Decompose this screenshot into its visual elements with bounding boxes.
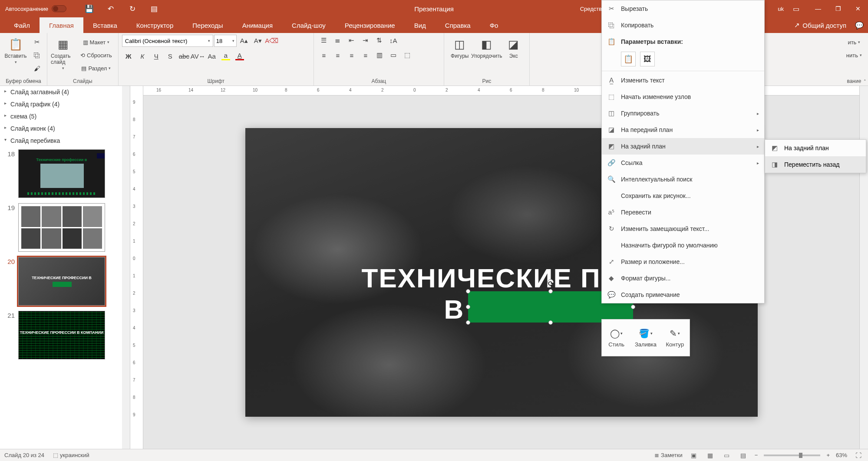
smartart-icon[interactable]: ⬚	[401, 49, 414, 61]
tab-slideshow[interactable]: Слайд-шоу	[282, 17, 335, 33]
quick-styles-button[interactable]: ◪ Экс	[502, 35, 526, 59]
line-spacing-icon[interactable]: ⇅	[373, 35, 386, 46]
reset-button[interactable]: ⟲Сбросить	[78, 49, 115, 61]
ctx-bring-front[interactable]: ◪На передний план▸	[602, 122, 764, 138]
zoom-slider[interactable]	[764, 454, 820, 456]
strikethrough-icon[interactable]: abc	[178, 50, 191, 62]
font-size-select[interactable]: 18▾	[214, 35, 237, 47]
ctx-cut[interactable]: ✂Вырезать	[602, 0, 764, 17]
slide-thumbnail-row[interactable]: 21 ТЕХНИЧЕСКИЕ ПРОФЕССИИ В КОМПАНИИ	[0, 308, 130, 362]
clear-format-icon[interactable]: A⌫	[265, 35, 278, 46]
resize-handle-sw[interactable]	[466, 320, 470, 325]
ctx-send-back[interactable]: ◩На задний план▸	[602, 138, 764, 155]
save-icon[interactable]: 💾	[85, 4, 93, 13]
section-header[interactable]: Слайд иконк (4)	[0, 122, 130, 135]
justify-icon[interactable]: ≡	[359, 49, 372, 61]
align-right-icon[interactable]: ≡	[345, 49, 358, 61]
ctx-smart-lookup[interactable]: 🔍Интеллектуальный поиск	[602, 171, 764, 188]
ctx-translate[interactable]: a⁵Перевести	[602, 204, 764, 221]
ctx-set-default[interactable]: Назначить фигурой по умолчанию	[602, 237, 764, 254]
panel-scrollbar[interactable]	[122, 86, 130, 449]
notes-button[interactable]: ≣ Заметки	[654, 452, 682, 458]
slide-title-line2[interactable]: В	[444, 294, 464, 325]
mini-fill[interactable]: 🪣▾Заливка	[631, 319, 660, 356]
share-button[interactable]: ↗ Общий доступ	[790, 21, 851, 29]
section-header[interactable]: Слайд заглавный (4)	[0, 86, 130, 98]
slide-thumbnail[interactable]: ТЕХНИЧЕСКИЕ ПРОФЕССИИ В КОМПАНИИ	[18, 311, 105, 359]
layout-button[interactable]: ▥Макет▾	[78, 36, 115, 48]
shadow-icon[interactable]: S	[164, 50, 177, 62]
zoom-level[interactable]: 63%	[836, 452, 847, 458]
normal-view-icon[interactable]: ▣	[689, 451, 699, 460]
tab-home[interactable]: Главная	[40, 17, 83, 33]
section-header[interactable]: схема (5)	[0, 110, 130, 122]
align-center-icon[interactable]: ≡	[331, 49, 344, 61]
cut-icon[interactable]: ✂	[30, 36, 43, 48]
font-family-select[interactable]: Calibri (Основной текст)▾	[122, 35, 213, 47]
highlight-icon[interactable]: a	[219, 50, 232, 62]
arrange-button[interactable]: ◧ Упорядочить	[475, 35, 499, 59]
mini-outline[interactable]: ✎▾Контур	[660, 319, 690, 356]
shrink-font-icon[interactable]: A▾	[251, 35, 264, 46]
fit-to-window-icon[interactable]: ⛶	[853, 451, 864, 460]
reading-view-icon[interactable]: ▭	[722, 451, 732, 460]
autosave-toggle[interactable]	[52, 5, 66, 12]
paste-keep-formatting[interactable]: 📋	[621, 52, 636, 66]
font-color-icon[interactable]: A	[233, 50, 246, 62]
tab-transitions[interactable]: Переходы	[183, 17, 232, 33]
slide-thumbnail-row[interactable]: 20 ТЕХНИЧЕСКИЕ ПРОФЕССИИ В	[0, 254, 130, 308]
slide-thumbnail-active[interactable]: ТЕХНИЧЕСКИЕ ПРОФЕССИИ В	[18, 257, 105, 306]
ribbon-display-icon[interactable]: ▭	[787, 0, 805, 17]
zoom-out-button[interactable]: −	[755, 452, 758, 458]
ctx-link[interactable]: 🔗Ссылка▸	[602, 155, 764, 171]
new-slide-button[interactable]: ▦ Создать слайд ▾	[51, 35, 75, 70]
replace-button[interactable]: нить▾	[844, 49, 865, 61]
tab-view[interactable]: Вид	[405, 17, 436, 33]
ctx-alt-text[interactable]: ↻Изменить замещающий текст...	[602, 221, 764, 237]
ctx-save-as-picture[interactable]: Сохранить как рисунок...	[602, 188, 764, 204]
slideshow-view-icon[interactable]: ▤	[738, 451, 749, 460]
close-button[interactable]: ✕	[848, 0, 868, 17]
italic-icon[interactable]: К	[136, 50, 149, 62]
minimize-button[interactable]: —	[808, 0, 828, 17]
char-spacing-icon[interactable]: AV↔	[191, 50, 205, 62]
slide-thumbnail-row[interactable]: 18 Технические профессии в	[0, 147, 130, 201]
slide-thumbnail[interactable]: Технические профессии в	[18, 149, 105, 198]
tab-review[interactable]: Рецензирование	[335, 17, 405, 33]
copy-icon[interactable]: ⿻	[30, 49, 43, 61]
grow-font-icon[interactable]: A▴	[238, 35, 251, 46]
tab-animation[interactable]: Анимация	[233, 17, 282, 33]
paste-button[interactable]: 📋 Вставить ▾	[3, 35, 28, 64]
change-case-icon[interactable]: Aa	[205, 50, 218, 62]
present-from-start-icon[interactable]: ▤	[150, 4, 158, 13]
slide-counter[interactable]: Слайд 20 из 24	[4, 452, 44, 458]
ctx-new-comment[interactable]: 💬Создать примечание	[602, 286, 764, 303]
ctx-copy[interactable]: ⿻Копировать	[602, 17, 764, 33]
increase-indent-icon[interactable]: ⇥	[359, 35, 372, 46]
submenu-send-to-back[interactable]: ◩На задний план	[765, 140, 866, 156]
undo-icon[interactable]: ↶	[106, 4, 115, 13]
maximize-button[interactable]: ❐	[828, 0, 848, 17]
paste-picture[interactable]: 🖼	[640, 52, 655, 66]
rotation-handle[interactable]: ⟳	[548, 279, 554, 285]
section-header[interactable]: Слайд перебивка	[0, 135, 130, 147]
align-text-icon[interactable]: ▭	[387, 49, 400, 61]
decrease-indent-icon[interactable]: ⇤	[345, 35, 358, 46]
slide-navigation-panel[interactable]: Слайд заглавный (4) Слайд график (4) схе…	[0, 86, 130, 449]
slide-thumbnail-row[interactable]: 19	[0, 201, 130, 254]
section-header[interactable]: Слайд график (4)	[0, 98, 130, 110]
resize-handle-e[interactable]	[631, 305, 635, 309]
ctx-group[interactable]: ◫Группировать▸	[602, 105, 764, 122]
columns-icon[interactable]: ▥	[373, 49, 386, 61]
tab-format[interactable]: Фо	[480, 17, 508, 33]
text-direction-icon[interactable]: ↕A	[387, 35, 400, 46]
tab-insert[interactable]: Вставка	[83, 17, 127, 33]
format-painter-icon[interactable]: 🖌	[30, 63, 43, 74]
tab-design[interactable]: Конструктор	[127, 17, 183, 33]
tab-file[interactable]: Файл	[4, 17, 40, 33]
bullets-icon[interactable]: ☰	[317, 35, 330, 46]
resize-handle-n[interactable]	[548, 289, 553, 293]
tab-help[interactable]: Справка	[436, 17, 480, 33]
ctx-format-shape[interactable]: ◆Формат фигуры...	[602, 270, 764, 286]
ctx-edit-points[interactable]: ⬚Начать изменение узлов	[602, 89, 764, 105]
